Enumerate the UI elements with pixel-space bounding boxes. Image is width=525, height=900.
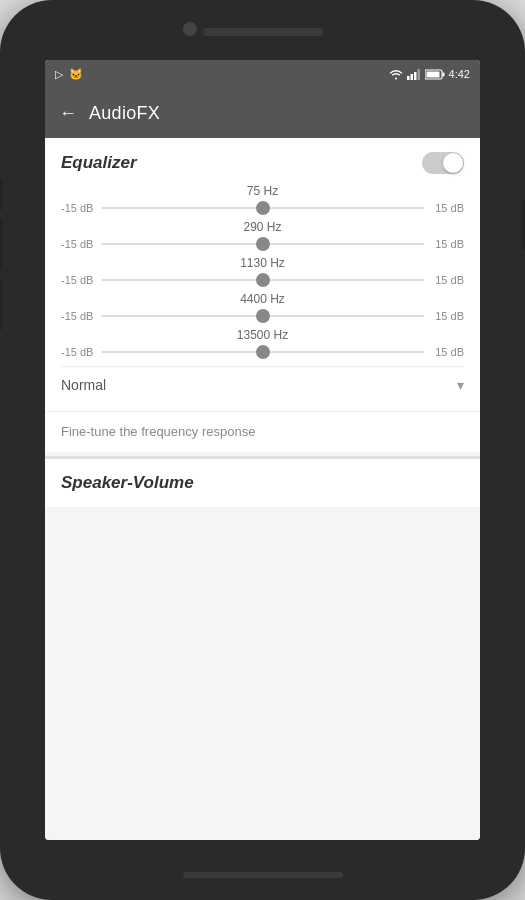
status-bar: ▷ 🐱 [45,60,480,88]
freq-label-4: 13500 Hz [61,328,464,342]
slider-track-4[interactable] [101,351,424,353]
band-0: 75 Hz -15 dB 15 dB [61,184,464,214]
signal-icon [407,69,421,80]
svg-rect-2 [414,72,417,80]
app-title: AudioFX [89,103,160,124]
status-right-icons: 4:42 [389,68,470,80]
time-display: 4:42 [449,68,470,80]
play-icon: ▷ [55,68,63,81]
max-db-2: 15 dB [430,274,464,286]
slider-row-3: -15 dB 15 dB [61,310,464,322]
slider-thumb-4[interactable] [256,345,270,359]
max-db-3: 15 dB [430,310,464,322]
speaker-volume-section: Speaker-Volume [45,456,480,507]
chevron-down-icon: ▾ [457,377,464,393]
freq-label-1: 290 Hz [61,220,464,234]
min-db-0: -15 dB [61,202,95,214]
slider-row-0: -15 dB 15 dB [61,202,464,214]
slider-thumb-0[interactable] [256,201,270,215]
svg-rect-0 [407,76,410,80]
description-text: Fine-tune the frequency response [61,424,255,439]
silent-button[interactable] [0,180,2,210]
slider-track-2[interactable] [101,279,424,281]
slider-thumb-3[interactable] [256,309,270,323]
freq-label-2: 1130 Hz [61,256,464,270]
band-3: 4400 Hz -15 dB 15 dB [61,292,464,322]
svg-rect-5 [442,72,444,76]
description-section: Fine-tune the frequency response [45,411,480,452]
screen: ▷ 🐱 [45,60,480,840]
status-left-icons: ▷ 🐱 [55,68,83,81]
wifi-icon [389,69,403,80]
slider-track-1[interactable] [101,243,424,245]
slider-thumb-2[interactable] [256,273,270,287]
phone-frame: ▷ 🐱 [0,0,525,900]
slider-thumb-1[interactable] [256,237,270,251]
cat-icon: 🐱 [69,68,83,81]
min-db-4: -15 dB [61,346,95,358]
vol-down-button[interactable] [0,280,2,330]
svg-rect-6 [426,71,439,77]
preset-row[interactable]: Normal ▾ [61,366,464,397]
equalizer-toggle[interactable] [422,152,464,174]
max-db-4: 15 dB [430,346,464,358]
max-db-1: 15 dB [430,238,464,250]
equalizer-header: Equalizer [61,152,464,174]
slider-row-2: -15 dB 15 dB [61,274,464,286]
slider-row-1: -15 dB 15 dB [61,238,464,250]
preset-label: Normal [61,377,106,393]
content-area: Equalizer 75 Hz -15 dB 15 dB [45,138,480,840]
equalizer-title: Equalizer [61,153,137,173]
vol-up-button[interactable] [0,220,2,270]
speaker-volume-title: Speaker-Volume [61,473,194,492]
home-indicator [183,872,343,878]
app-bar: ← AudioFX [45,88,480,138]
svg-rect-1 [410,74,413,80]
back-button[interactable]: ← [59,103,77,124]
band-1: 290 Hz -15 dB 15 dB [61,220,464,250]
max-db-0: 15 dB [430,202,464,214]
slider-track-3[interactable] [101,315,424,317]
slider-track-0[interactable] [101,207,424,209]
band-4: 13500 Hz -15 dB 15 dB [61,328,464,358]
min-db-2: -15 dB [61,274,95,286]
battery-icon [425,69,445,80]
min-db-3: -15 dB [61,310,95,322]
slider-row-4: -15 dB 15 dB [61,346,464,358]
svg-rect-3 [417,69,420,80]
band-2: 1130 Hz -15 dB 15 dB [61,256,464,286]
equalizer-section: Equalizer 75 Hz -15 dB 15 dB [45,138,480,411]
min-db-1: -15 dB [61,238,95,250]
freq-label-0: 75 Hz [61,184,464,198]
freq-label-3: 4400 Hz [61,292,464,306]
